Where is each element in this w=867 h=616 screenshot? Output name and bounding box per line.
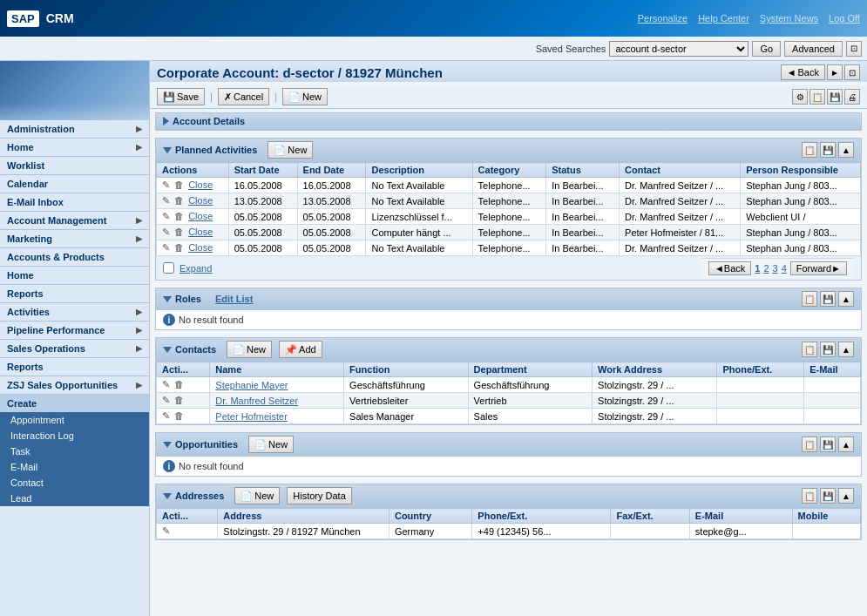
pa-icon-1[interactable]: 📋	[802, 142, 817, 158]
opp-collapse-btn[interactable]: ▲	[838, 437, 854, 452]
edit-icon[interactable]: ✎	[162, 525, 170, 536]
sidebar-item-email-inbox[interactable]: E-Mail Inbox	[0, 193, 149, 211]
help-center-link[interactable]: Help Center	[698, 13, 749, 24]
roles-icon-2[interactable]: 💾	[820, 291, 836, 307]
save-button[interactable]: 💾 Save	[157, 88, 205, 105]
pa-collapse-btn[interactable]: ▲	[838, 142, 854, 158]
system-news-link[interactable]: System News	[760, 13, 818, 24]
sidebar-item-worklist[interactable]: Worklist	[0, 157, 149, 174]
name[interactable]: Peter Hofmeister	[210, 409, 344, 424]
edit-icon[interactable]: ✎	[162, 242, 170, 253]
personalize-link[interactable]: Personalize	[638, 13, 688, 24]
delete-icon[interactable]: 🗑	[174, 410, 184, 421]
page-3[interactable]: 3	[773, 263, 778, 274]
contacts-icon-1[interactable]: 📋	[802, 342, 817, 357]
roles-collapse-btn[interactable]: ▲	[838, 291, 854, 307]
saved-searches-select[interactable]: account d-sector	[609, 41, 748, 57]
sidebar-create-email[interactable]: E-Mail	[0, 459, 149, 475]
sidebar-item-sales-operations[interactable]: Sales Operations ▶	[0, 340, 149, 357]
planned-activities-new-button[interactable]: 📄 New	[268, 141, 313, 159]
pagination-forward[interactable]: Forward►	[790, 261, 847, 275]
edit-icon[interactable]: ✎	[162, 211, 170, 221]
opportunities-header[interactable]: Opportunities 📄 New 📋 💾 ▲	[156, 433, 861, 457]
contacts-header[interactable]: Contacts 📄 New 📌 Add 📋 💾 ▲	[156, 338, 861, 362]
edit-icon[interactable]: ✎	[162, 379, 170, 389]
sidebar-create-interaction-log[interactable]: Interaction Log	[0, 428, 149, 443]
delete-icon[interactable]: 🗑	[174, 211, 184, 221]
delete-icon[interactable]: 🗑	[174, 195, 184, 206]
name[interactable]: Dr. Manfred Seitzer	[210, 393, 344, 409]
sidebar-item-administration[interactable]: Administration ▶	[0, 120, 149, 138]
opp-icon-2[interactable]: 💾	[820, 437, 836, 452]
delete-icon[interactable]: 🗑	[174, 227, 184, 237]
sidebar-item-reports2[interactable]: Reports	[0, 358, 149, 376]
name[interactable]: Stephanie Mayer	[210, 377, 344, 393]
delete-icon[interactable]: 🗑	[174, 395, 184, 405]
addr-collapse-btn[interactable]: ▲	[838, 488, 854, 504]
delete-icon[interactable]: 🗑	[174, 379, 184, 389]
advanced-button[interactable]: Advanced	[784, 41, 843, 57]
contacts-collapse-btn[interactable]: ▲	[838, 342, 854, 357]
nav-forward-button[interactable]: ►	[827, 64, 843, 80]
edit-icon[interactable]: ✎	[162, 195, 170, 206]
sidebar-create-lead[interactable]: Lead	[0, 491, 149, 506]
roles-icon-1[interactable]: 📋	[802, 291, 817, 307]
account-details-header[interactable]: Account Details	[156, 113, 861, 130]
edit-icon[interactable]: ✎	[162, 410, 170, 421]
sidebar-item-pipeline[interactable]: Pipeline Performance ▶	[0, 322, 149, 339]
page-4[interactable]: 4	[782, 263, 787, 274]
close-link[interactable]: Close	[188, 179, 213, 190]
delete-icon[interactable]: 🗑	[174, 242, 184, 253]
close-link[interactable]: Close	[188, 242, 213, 253]
opportunities-new-button[interactable]: 📄 New	[248, 436, 294, 453]
delete-icon[interactable]: 🗑	[174, 179, 184, 190]
close-link[interactable]: Close	[188, 195, 213, 206]
sidebar-item-account-management[interactable]: Account Management ▶	[0, 212, 149, 229]
nav-extra-button[interactable]: ⊡	[844, 64, 860, 80]
go-button[interactable]: Go	[752, 41, 781, 57]
toolbar-icon-4[interactable]: 🖨	[844, 89, 860, 105]
planned-activities-header[interactable]: Planned Activities 📄 New 📋 💾 ▲	[156, 139, 861, 162]
pagination-back[interactable]: ◄Back	[708, 261, 751, 275]
addr-icon-1[interactable]: 📋	[802, 488, 817, 504]
sidebar-item-home[interactable]: Home ▶	[0, 139, 149, 156]
roles-edit-link[interactable]: Edit List	[215, 294, 253, 304]
new-button[interactable]: 📄 New	[282, 88, 328, 105]
sidebar-create-task[interactable]: Task	[0, 443, 149, 459]
log-off-link[interactable]: Log Off	[829, 13, 860, 24]
sidebar-item-marketing[interactable]: Marketing ▶	[0, 230, 149, 247]
sidebar-create-appointment[interactable]: Appointment	[0, 412, 149, 428]
close-link[interactable]: Close	[188, 211, 213, 221]
addr-icon-2[interactable]: 💾	[820, 488, 836, 504]
pa-icon-2[interactable]: 💾	[820, 142, 836, 158]
sidebar-item-reports[interactable]: Reports	[0, 285, 149, 302]
page-2[interactable]: 2	[763, 263, 769, 274]
sidebar-create-contact[interactable]: Contact	[0, 475, 149, 491]
addresses-new-button[interactable]: 📄 New	[234, 487, 280, 504]
contacts-new-button[interactable]: 📄 New	[227, 341, 272, 358]
opp-icon-1[interactable]: 📋	[802, 437, 817, 452]
edit-icon[interactable]: ✎	[162, 395, 170, 405]
roles-header[interactable]: Roles Edit List 📋 💾 ▲	[156, 288, 861, 310]
sidebar-item-activities[interactable]: Activities ▶	[0, 303, 149, 321]
sidebar-item-zsj-sales[interactable]: ZSJ Sales Opportunities ▶	[0, 376, 149, 394]
expand-checkbox[interactable]	[163, 262, 174, 274]
toolbar-icon-2[interactable]: 📋	[809, 89, 825, 105]
search-extra-icon[interactable]: ⊡	[846, 41, 862, 57]
contacts-icon-2[interactable]: 💾	[820, 342, 836, 357]
page-1[interactable]: 1	[755, 263, 760, 274]
contacts-add-button[interactable]: 📌 Add	[279, 341, 322, 358]
close-link[interactable]: Close	[188, 227, 213, 237]
edit-icon[interactable]: ✎	[162, 227, 170, 237]
cancel-button[interactable]: ✗ Cancel	[218, 88, 269, 105]
sidebar-item-calendar[interactable]: Calendar	[0, 175, 149, 193]
edit-icon[interactable]: ✎	[162, 179, 170, 190]
expand-button[interactable]: Expand	[179, 263, 212, 274]
addresses-header[interactable]: Addresses 📄 New History Data 📋 💾 ▲	[156, 484, 861, 508]
addresses-history-button[interactable]: History Data	[287, 487, 352, 504]
toolbar-icon-3[interactable]: 💾	[827, 89, 843, 105]
toolbar-icon-1[interactable]: ⚙	[792, 89, 808, 105]
sidebar-item-accounts-products[interactable]: Accounts & Products	[0, 248, 149, 266]
sidebar-item-home2[interactable]: Home	[0, 267, 149, 284]
back-button[interactable]: ◄ Back	[781, 64, 825, 80]
